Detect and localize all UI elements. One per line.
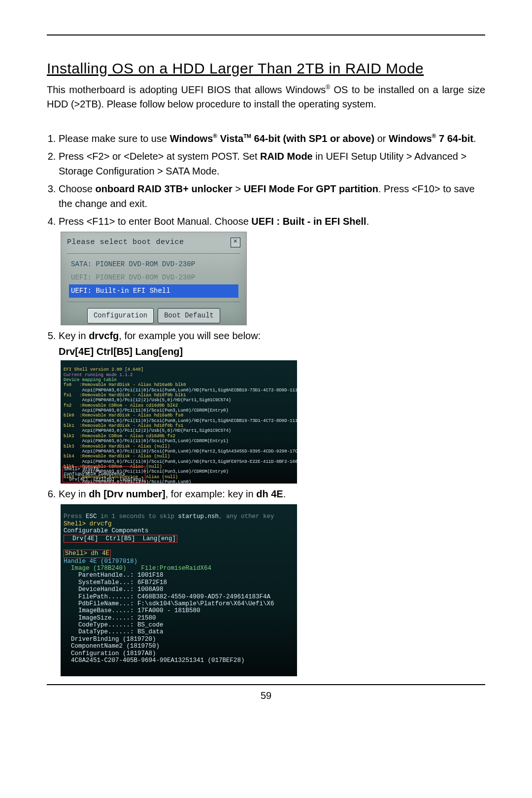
registered-mark: ® [326, 84, 330, 91]
boot-item: SATA: PIONEER DVD-ROM DVD-230P [69, 258, 238, 271]
configuration-button: Configuration [87, 308, 154, 323]
steps-list-cont: Key in dh [Drv number], for example: key… [47, 486, 485, 676]
intro-a: This motherboard is adopting UEFI BIOS t… [47, 84, 326, 95]
trademark-mark: TM [243, 133, 251, 139]
drv-highlight-box: Drv[4E] Ctrl[B5] Lang[eng] [64, 535, 177, 543]
step-3: Choose onboard RAID 3TB+ unlocker > UEFI… [59, 181, 485, 211]
boot-default-button: Boot Default [158, 308, 220, 323]
boot-menu-items: SATA: PIONEER DVD-ROM DVD-230P UEFI: PIO… [67, 253, 240, 302]
registered-mark: ® [213, 133, 217, 139]
page-number: 59 [47, 690, 485, 701]
boot-menu-title: Please select boot device [67, 237, 184, 248]
boot-menu-screenshot: Please select boot device × SATA: PIONEE… [61, 232, 247, 325]
dh-terminal-screenshot: Press ESC in 1 seconds to skip startup.n… [61, 504, 297, 676]
step-6: Key in dh [Drv number], for example: key… [59, 486, 485, 676]
close-icon: × [231, 238, 240, 247]
drvcfg-terminal-screenshot: EFI Shell version 2.00 [4.640] Current r… [61, 360, 297, 484]
boot-item: UEFI: PIONEER DVD-ROM DVD-230P [69, 271, 238, 284]
boot-item-selected: UEFI: Built-in EFI Shell ↖ [69, 284, 238, 298]
step-1: Please make sure to use Windows® VistaTM… [59, 131, 485, 146]
intro-paragraph: This motherboard is adopting UEFI BIOS t… [47, 83, 485, 111]
drv-output-line: Drv[4E] Ctrl[B5] Lang[eng] [59, 346, 485, 357]
bottom-rule [47, 684, 485, 685]
page-title: Installing OS on a HDD Larger Than 2TB i… [47, 60, 485, 77]
dh-highlight-box: Shell> dh 4E [64, 550, 111, 557]
handle-details: ParentHandle..: 1001F18 SystemTable...: … [64, 572, 274, 664]
drvcfg-highlight-box: Shell> drvcfg Configurable Components Dr… [63, 466, 145, 483]
step-5: Key in drvcfg, for example you will see … [59, 328, 485, 343]
step-4: Press <F11> to enter Boot Manual. Choose… [59, 214, 485, 325]
steps-list: Please make sure to use Windows® VistaTM… [47, 131, 485, 343]
top-rule [47, 35, 485, 35]
step-2: Press <F2> or <Delete> at system POST. S… [59, 149, 485, 178]
